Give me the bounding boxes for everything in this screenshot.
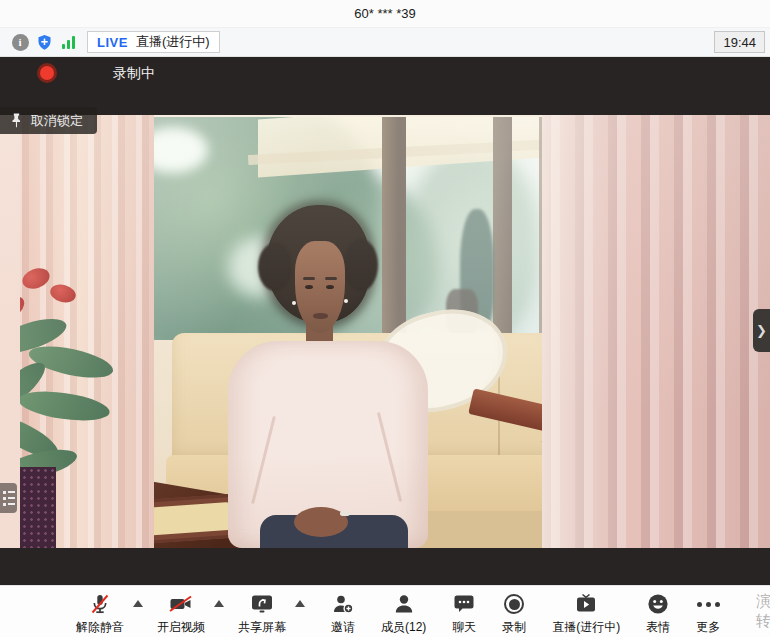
edge-watermark-text: 演 转 — [756, 591, 770, 631]
clock: 19:44 — [714, 31, 765, 53]
expand-panel-button[interactable]: ❯ — [753, 309, 770, 352]
person-earring — [344, 299, 348, 303]
person-mouth — [313, 313, 328, 319]
video-feed — [0, 115, 770, 548]
list-icon — [3, 497, 17, 500]
members-label: 成员(12) — [381, 619, 426, 636]
live-stream-button[interactable]: 直播(进行中) — [552, 591, 620, 636]
members-person-icon — [392, 591, 416, 617]
share-screen-icon — [249, 591, 275, 617]
unpin-label: 取消锁定 — [31, 112, 83, 130]
chat-group: 聊天 — [452, 591, 476, 636]
layout-switcher-handle[interactable] — [0, 483, 17, 513]
chat-bubble-icon — [452, 591, 476, 617]
recording-indicator: 录制中 — [40, 66, 54, 80]
mic-group: 解除静音 — [76, 591, 147, 636]
recording-label: 录制中 — [113, 65, 155, 83]
list-icon — [3, 503, 17, 506]
titlebar: 60* *** *39 — [0, 0, 770, 28]
recording-dot-icon — [40, 66, 54, 80]
person-hair — [258, 243, 292, 291]
mic-options-arrow[interactable] — [133, 600, 143, 607]
emoji-button[interactable]: 表情 — [646, 591, 670, 636]
bottom-toolbar: 解除静音 开启视频 — [0, 585, 770, 637]
emoji-group: 表情 — [646, 591, 670, 636]
live-word: LIVE — [97, 35, 128, 50]
person-bracelet — [340, 511, 350, 516]
chat-label: 聊天 — [452, 619, 476, 636]
person-earring — [292, 301, 296, 305]
video-stage: 录制中 取消锁定 ❯ — [0, 57, 770, 585]
more-label: 更多 — [696, 619, 720, 636]
more-button[interactable]: 更多 — [696, 591, 720, 636]
network-signal-icon[interactable] — [59, 33, 77, 51]
unmute-button[interactable]: 解除静音 — [76, 591, 124, 636]
record-button[interactable]: 录制 — [502, 591, 526, 636]
record-label: 录制 — [502, 619, 526, 636]
more-dots-icon — [697, 591, 720, 617]
live-group: 直播(进行中) — [552, 591, 620, 636]
person-hair — [344, 239, 378, 291]
share-screen-button[interactable]: 共享屏幕 — [238, 591, 286, 636]
emoji-label: 表情 — [646, 619, 670, 636]
record-circle-icon — [504, 591, 524, 617]
person-eyebrow — [325, 277, 337, 280]
invite-person-icon — [331, 591, 355, 617]
start-video-label: 开启视频 — [157, 619, 205, 636]
chat-button[interactable]: 聊天 — [452, 591, 476, 636]
pushpin-icon — [10, 113, 23, 128]
invite-group: 邀请 — [331, 591, 355, 636]
scene-sheer-curtain — [542, 115, 632, 548]
invite-label: 邀请 — [331, 619, 355, 636]
signal-bars — [62, 36, 75, 49]
camera-off-icon — [168, 591, 194, 617]
statusbar: i LIVE 直播(进行中) 19:44 — [0, 28, 770, 57]
person-eyebrow — [303, 277, 315, 280]
live-stream-label: 直播(进行中) — [552, 619, 620, 636]
smiley-icon — [646, 591, 670, 617]
more-group: 更多 — [696, 591, 720, 636]
meeting-title: 60* *** *39 — [354, 6, 415, 21]
live-tv-icon — [574, 591, 598, 617]
video-options-arrow[interactable] — [214, 600, 224, 607]
video-group: 开启视频 — [157, 591, 228, 636]
mic-muted-icon — [88, 591, 112, 617]
share-options-arrow[interactable] — [295, 600, 305, 607]
live-status-badge[interactable]: LIVE 直播(进行中) — [87, 31, 220, 53]
person-eye — [326, 285, 334, 289]
live-label: 直播(进行中) — [136, 33, 210, 51]
list-icon — [3, 491, 17, 494]
security-shield-icon[interactable] — [35, 33, 53, 51]
record-group: 录制 — [502, 591, 526, 636]
members-group: 成员(12) — [381, 591, 426, 636]
unmute-label: 解除静音 — [76, 619, 124, 636]
unpin-button[interactable]: 取消锁定 — [0, 107, 97, 134]
members-button[interactable]: 成员(12) — [381, 591, 426, 636]
meeting-window: 60* *** *39 i LIVE 直播(进行中) 19:44 — [0, 0, 770, 637]
chevron-right-icon: ❯ — [756, 323, 767, 338]
invite-button[interactable]: 邀请 — [331, 591, 355, 636]
shield-glyph — [36, 34, 53, 51]
start-video-button[interactable]: 开启视频 — [157, 591, 205, 636]
share-group: 共享屏幕 — [238, 591, 309, 636]
person-eye — [305, 285, 313, 289]
share-screen-label: 共享屏幕 — [238, 619, 286, 636]
meeting-info-icon[interactable]: i — [11, 33, 29, 51]
